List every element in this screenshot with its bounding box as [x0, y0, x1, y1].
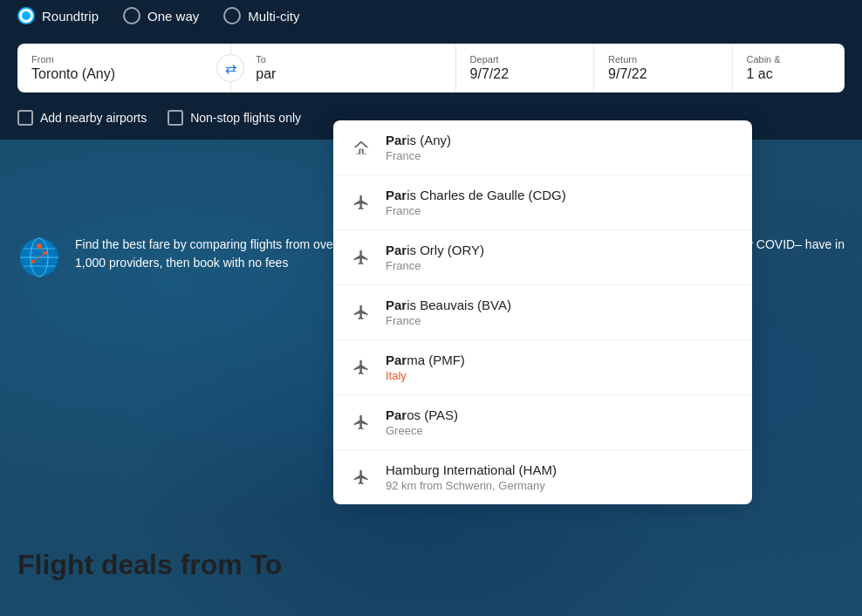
cabin-label: Cabin & [747, 54, 831, 65]
plane-icon-cdg [351, 194, 372, 211]
nonstop-label: Non-stop flights only [190, 111, 301, 125]
dropdown-item-paris-cdg[interactable]: Paris Charles de Gaulle (CDG) France [333, 175, 752, 230]
to-input[interactable] [256, 66, 441, 82]
multicity-radio[interactable] [223, 7, 241, 24]
nonstop-checkbox[interactable]: Non-stop flights only [168, 110, 301, 126]
building-icon [351, 139, 372, 156]
flight-deals-title: Flight deals from To [17, 549, 282, 581]
roundtrip-option[interactable]: Roundtrip [17, 7, 99, 24]
plane-icon-pas [351, 414, 372, 431]
paris-cdg-name: Paris Charles de Gaulle (CDG) [386, 188, 566, 202]
nearby-airports-box[interactable] [17, 110, 33, 126]
hamburg-full: Hamburg International (HAM) [386, 462, 557, 477]
from-input[interactable] [31, 66, 216, 82]
return-label: Return [608, 54, 717, 65]
paros-country: Greece [386, 424, 458, 437]
paros-name: Paros (PAS) [386, 407, 458, 422]
plane-icon-ory [351, 249, 372, 266]
oneway-radio[interactable] [123, 7, 140, 24]
roundtrip-label: Roundtrip [42, 9, 99, 24]
paris-ory-text: Paris Orly (ORY) France [386, 243, 484, 272]
to-field: To [230, 44, 455, 92]
multicity-label: Multi-city [248, 9, 299, 24]
depart-field[interactable]: Depart 9/7/22 [455, 44, 593, 92]
plane-icon-bva [351, 304, 372, 321]
paris-cdg-text: Paris Charles de Gaulle (CDG) France [386, 188, 566, 217]
swap-button[interactable]: ⇄ [216, 54, 244, 82]
globe-icon [17, 236, 61, 279]
info-card: Find the best fare by comparing flights … [17, 236, 349, 279]
paris-ory-country: France [386, 259, 484, 272]
parma-country: Italy [386, 369, 465, 382]
cdg-suffix: is Charles de Gaulle (CDG) [407, 188, 566, 202]
bva-highlight: Par [386, 298, 407, 312]
parma-highlight: Par [386, 352, 407, 367]
dropdown-item-paris-any[interactable]: Paris (Any) France [333, 120, 752, 175]
parma-suffix: ma (PMF) [407, 352, 465, 367]
to-label: To [256, 54, 441, 65]
parma-text: Parma (PMF) Italy [386, 352, 465, 382]
dropdown-item-paris-bva[interactable]: Paris Beauvais (BVA) France [333, 285, 752, 340]
flight-deals-section: Flight deals from To [17, 549, 282, 581]
plane-icon-ham [351, 469, 372, 486]
search-bar: From ⇄ To Depart 9/7/22 Return 9/7/22 [0, 35, 862, 101]
from-label: From [31, 54, 216, 65]
paris-bva-country: France [386, 314, 511, 327]
trip-type-row: Roundtrip One way Multi-city [0, 0, 862, 35]
hamburg-text: Hamburg International (HAM) 92 km from S… [386, 462, 557, 492]
paros-text: Paros (PAS) Greece [386, 407, 458, 437]
dropdown-item-paros[interactable]: Paros (PAS) Greece [333, 395, 752, 450]
cabin-value: 1 ac [747, 66, 831, 82]
info-text: Find the best fare by comparing flights … [75, 236, 349, 272]
paris-any-text: Paris (Any) France [386, 133, 451, 162]
depart-value: 9/7/22 [470, 66, 579, 82]
paros-suffix: os (PAS) [407, 407, 458, 422]
oneway-label: One way [147, 9, 199, 24]
dropdown-arrow [532, 120, 553, 122]
nearby-airports-checkbox[interactable]: Add nearby airports [17, 110, 147, 126]
from-field: From ⇄ [17, 44, 230, 92]
hamburg-country: 92 km from Schwerin, Germany [386, 479, 557, 492]
ory-highlight: Par [386, 243, 407, 257]
paris-any-country: France [386, 149, 451, 162]
oneway-option[interactable]: One way [123, 7, 199, 24]
nonstop-box[interactable] [168, 110, 183, 126]
paris-any-name: Paris (Any) [386, 133, 451, 147]
dropdown-item-paris-ory[interactable]: Paris Orly (ORY) France [333, 230, 752, 285]
paris-any-highlight: Par [386, 133, 407, 147]
paris-ory-name: Paris Orly (ORY) [386, 243, 484, 257]
paris-bva-text: Paris Beauvais (BVA) France [386, 298, 511, 327]
cdg-highlight: Par [386, 188, 407, 202]
roundtrip-radio[interactable] [17, 7, 35, 24]
paros-highlight: Par [386, 407, 407, 422]
search-fields: From ⇄ To Depart 9/7/22 Return 9/7/22 [17, 44, 845, 92]
return-value: 9/7/22 [608, 66, 717, 82]
paris-any-suffix: is (Any) [407, 133, 451, 147]
multicity-option[interactable]: Multi-city [223, 7, 299, 24]
bva-suffix: is Beauvais (BVA) [407, 298, 511, 312]
top-section: Roundtrip One way Multi-city From ⇄ To [0, 0, 862, 134]
cabin-field[interactable]: Cabin & 1 ac [732, 44, 845, 92]
dropdown-item-parma[interactable]: Parma (PMF) Italy [333, 340, 752, 395]
hamburg-name: Hamburg International (HAM) [386, 462, 557, 477]
dropdown-item-hamburg[interactable]: Hamburg International (HAM) 92 km from S… [333, 450, 752, 504]
ory-suffix: is Orly (ORY) [407, 243, 484, 257]
return-field[interactable]: Return 9/7/22 [593, 44, 731, 92]
paris-bva-name: Paris Beauvais (BVA) [386, 298, 511, 312]
autocomplete-dropdown: Paris (Any) France Paris Charles de Gaul… [333, 120, 752, 504]
depart-label: Depart [470, 54, 579, 65]
paris-cdg-country: France [386, 204, 566, 217]
nearby-airports-label: Add nearby airports [40, 111, 147, 125]
plane-icon-pmf [351, 359, 372, 376]
parma-name: Parma (PMF) [386, 352, 465, 367]
